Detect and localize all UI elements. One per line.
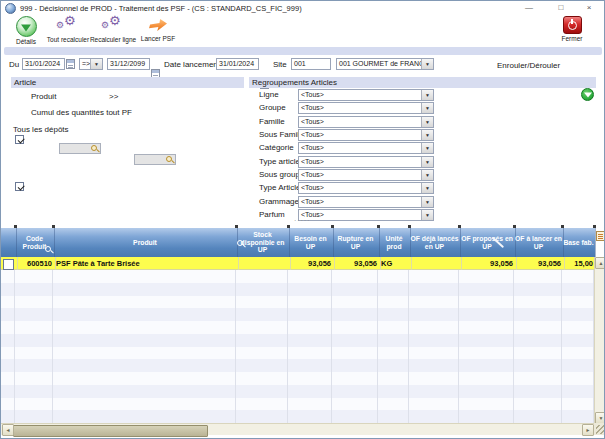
produit-from-input[interactable] — [59, 143, 101, 154]
recalc-all-button[interactable]: ⚙⚙ Tout recalculer — [43, 16, 93, 43]
regroupement-select[interactable]: <Tous>▼ — [298, 196, 434, 208]
regroupement-select[interactable]: <Tous>▼ — [298, 102, 434, 114]
regroupement-select[interactable]: <Tous>▼ — [298, 142, 434, 154]
launch-date-input[interactable]: 31/01/2024 — [216, 58, 259, 70]
launch-arrow-icon — [148, 16, 168, 34]
chevron-down-icon: ▼ — [421, 157, 433, 167]
fermer-label: Fermer — [562, 35, 583, 42]
date-operator-select[interactable]: => ▼ — [79, 58, 103, 70]
cumul-label: Cumul des quantités tout PF — [31, 108, 132, 117]
grid-column-header[interactable]: Stock disponible en UP — [236, 228, 290, 257]
grid-column-header[interactable]: OF à lancer en UP — [514, 228, 564, 257]
grid-column-line — [52, 270, 53, 423]
chevron-down-icon: ▼ — [421, 117, 433, 127]
grid-column-header[interactable]: Unité prod — [378, 228, 411, 257]
grid-cell — [409, 257, 462, 270]
produit-to-input[interactable] — [134, 154, 176, 165]
fermer-button[interactable]: Fermer — [553, 16, 591, 42]
details-button[interactable]: Détails — [7, 16, 45, 45]
grid-cell: 93,056 — [459, 257, 517, 270]
cumul-checkbox[interactable] — [15, 182, 24, 191]
vertical-scrollbar[interactable] — [594, 257, 605, 423]
site-code-input[interactable]: 001 — [291, 58, 331, 70]
regroupement-select-value: <Tous> — [299, 210, 421, 220]
collapse-toggle-icon[interactable] — [581, 88, 594, 101]
minimize-button[interactable]: — — [521, 2, 537, 13]
grid-cell: PSF Pâte à Tarte Brisée — [53, 257, 239, 270]
regroupement-select[interactable]: <Tous>▼ — [298, 156, 434, 168]
grid-cell: 93,056 — [288, 257, 335, 270]
grid-column-line — [513, 270, 514, 423]
scroll-up-button[interactable]: ▲ — [595, 257, 605, 269]
regroupement-select[interactable]: <Tous>▼ — [298, 129, 434, 141]
regroupement-select-value: <Tous> — [299, 143, 421, 153]
search-icon[interactable] — [166, 156, 174, 164]
collapsed-panel-strip[interactable] — [4, 47, 602, 55]
regroupement-select-value: <Tous> — [299, 103, 421, 113]
recalc-all-label: Tout recalculer — [47, 36, 89, 43]
regroupements-panel-header: Regroupements Articles — [249, 77, 596, 88]
horizontal-scroll-thumb[interactable] — [13, 425, 208, 437]
gears-icon: ⚙⚙ — [102, 16, 124, 35]
grid-empty-row — [1, 372, 595, 386]
app-icon — [5, 3, 16, 14]
resize-grip[interactable] — [596, 425, 605, 434]
maximize-button[interactable]: □ — [553, 2, 569, 13]
regroupement-select[interactable]: <Tous>▼ — [298, 169, 434, 181]
grid-column-line — [458, 270, 459, 423]
regroupement-label: Famille — [259, 117, 285, 126]
grid-empty-row — [1, 283, 595, 297]
grid-settings-icon[interactable] — [596, 231, 605, 241]
regroupement-label: Parfum — [259, 210, 285, 219]
grid-cell: 600510 — [15, 257, 56, 270]
regroupement-label: Groupe — [259, 103, 286, 112]
chevron-down-icon: ▼ — [90, 59, 102, 69]
grid-empty-row — [1, 296, 595, 310]
grid-column-header[interactable]: Base fab. — [562, 228, 596, 257]
date-operator-value: => — [80, 59, 90, 69]
scroll-right-button[interactable]: ► — [582, 424, 594, 436]
grid-empty-row — [1, 410, 595, 424]
collapse-toggle-label: Enrouler/Dérouler — [497, 61, 560, 70]
details-label: Détails — [16, 38, 36, 45]
regroupement-select-value: <Tous> — [299, 197, 421, 207]
regroupement-select[interactable]: <Tous>▼ — [298, 89, 434, 101]
calendar-icon[interactable] — [66, 59, 75, 69]
grid-column-header[interactable]: OF proposés en UP — [459, 228, 516, 257]
row-checkbox[interactable] — [3, 259, 14, 270]
grid-column-header[interactable]: Code Produit — [15, 228, 55, 257]
horizontal-scrollbar[interactable] — [1, 423, 594, 435]
grid-cell: 15,00 — [562, 257, 597, 270]
grid-column-header[interactable]: Produit — [53, 228, 238, 257]
grid-column-header[interactable]: Besoin en UP — [288, 228, 334, 257]
site-select-value: 001 GOURMET de FRANCE — [337, 59, 421, 69]
grid-column-header-label: OF proposés en UP — [460, 235, 514, 250]
grid-empty-row — [1, 398, 595, 412]
regroupement-select[interactable]: <Tous>▼ — [298, 182, 434, 194]
close-window-button[interactable]: × — [581, 2, 597, 13]
regroupement-select[interactable]: <Tous>▼ — [298, 116, 434, 128]
search-icon[interactable] — [91, 145, 99, 153]
produit-checkbox[interactable] — [15, 135, 24, 144]
grid-column-header-label: Base fab. — [563, 239, 593, 247]
grid-column-header-label: Besoin en UP — [289, 235, 332, 250]
grid-column-header[interactable]: OF déjà lancés en UP — [409, 228, 461, 257]
selected-row[interactable]: 600510PSF Pâte à Tarte Brisée93,05693,05… — [1, 257, 595, 270]
grid-empty-row — [1, 308, 595, 322]
regroupement-label: Type Article — [259, 183, 300, 192]
regroupement-select-value: <Tous> — [299, 90, 421, 100]
grid-column-line — [331, 270, 332, 423]
regroupement-select-value: <Tous> — [299, 170, 421, 180]
grid-column-line — [408, 270, 409, 423]
regroupement-select[interactable]: <Tous>▼ — [298, 209, 434, 221]
site-select[interactable]: 001 GOURMET de FRANCE ▼ — [336, 58, 434, 70]
launch-psf-button[interactable]: Lancer PSF — [137, 16, 179, 42]
chevron-down-icon: ▼ — [421, 103, 433, 113]
regroupement-label: Grammage — [259, 197, 299, 206]
date-from-input[interactable]: 31/01/2024 — [22, 58, 65, 70]
scroll-left-button[interactable]: ◄ — [2, 424, 14, 436]
grid-cell — [236, 257, 291, 270]
recalc-line-button[interactable]: ⚙⚙ Recalculer ligne — [87, 16, 139, 43]
grid-column-header[interactable]: Rupture en UP — [332, 228, 380, 257]
date-to-input[interactable]: 31/12/2099 — [107, 58, 150, 70]
